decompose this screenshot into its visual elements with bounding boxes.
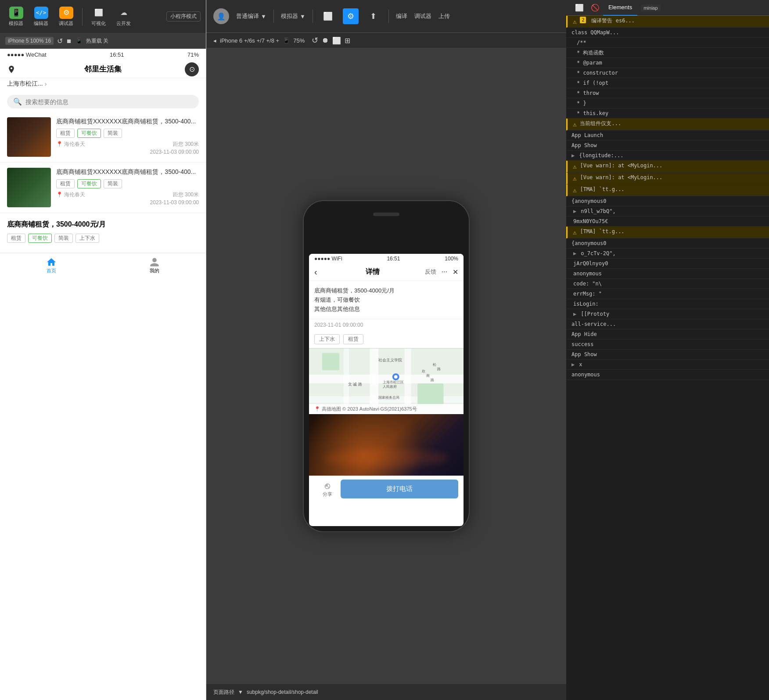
device-frame: ●●●●● WiFi 16:51 100% ‹ 详情 反馈 ··· ✕ 底商 xyxy=(303,200,470,532)
search-input[interactable] xyxy=(25,98,193,105)
expand-arrow-1[interactable]: ▶ xyxy=(571,152,575,159)
miniprogram-badge: 小程序模式 xyxy=(166,11,201,22)
debug-btn[interactable]: 调试器 xyxy=(414,12,431,20)
compile-dropdown[interactable]: 普通编译 ▼ xyxy=(236,12,266,20)
grid-btn[interactable]: ⊞ xyxy=(345,36,350,45)
device-icon: 📱 xyxy=(283,37,290,44)
expand-arrow-x[interactable]: ▶ xyxy=(571,361,575,368)
console-line-anonymous: anonymous xyxy=(566,269,769,279)
phone-screen: ●●●●● WeChat 16:51 71% 邻里生活集 ⊙ 上海市松江... … xyxy=(0,49,206,700)
path-value: subpkg/shop-detail/shop-detail xyxy=(247,689,318,695)
console-line-allservice: all-service... xyxy=(566,319,769,329)
signal-label: ●●●●● WeChat xyxy=(7,51,47,58)
distance-2: 距您 300米 xyxy=(173,191,199,198)
hot-reload[interactable]: 热重载 关 xyxy=(86,37,108,45)
simulator-dropdown[interactable]: 模拟器 ▼ xyxy=(281,12,305,20)
console-line-code: /** xyxy=(566,38,769,48)
listing-meta-1: 📍 海伦春天 距您 300米 xyxy=(56,141,199,148)
svg-text:欣: 欣 xyxy=(422,370,425,374)
listing-thumb-1 xyxy=(7,117,51,157)
apphide-text: App Hide xyxy=(571,330,597,338)
warning-icon-4: ⚠ xyxy=(573,174,576,183)
code-brace: * } xyxy=(577,99,586,107)
anonymous-text: anonymous xyxy=(573,270,602,278)
share-label: 分享 xyxy=(323,491,332,498)
tab-elements[interactable]: Elements xyxy=(603,0,637,16)
search-icon: 🔍 xyxy=(13,97,22,106)
fullscreen-btn[interactable]: ⬜ xyxy=(332,36,341,45)
success-text: success xyxy=(571,340,594,348)
sim-bottom-bar: ⎋ 分享 拨打电话 xyxy=(309,476,464,502)
phone-btn[interactable]: 📱 xyxy=(75,38,83,44)
list-item[interactable]: 底商商铺租赁XXXXXXX底商商铺租赁，3500-400... 租赁 可餐饮 简… xyxy=(0,112,206,162)
listing-date-2: 2023-11-03 09:00:00 xyxy=(56,199,199,206)
adjust-btn[interactable]: ⚙ xyxy=(343,8,359,24)
expand-arrow-2[interactable]: ▶ xyxy=(573,207,576,215)
console-line-x: ▶ x xyxy=(566,360,769,370)
promo-bar: 底商商铺租赁，3500-4000元/月 租赁 可餐饮 简装 上下水 xyxy=(0,213,206,253)
console-line-islogin: isLogin: xyxy=(566,299,769,309)
sim-back-btn[interactable]: ‹ xyxy=(314,267,317,277)
console-line-success: success xyxy=(566,339,769,350)
listing-content-1: 底商商铺租赁XXXXXXX底商商铺租赁，3500-400... 租赁 可餐饮 简… xyxy=(56,117,199,157)
console-line-anonymous-final: anonymous xyxy=(566,370,769,380)
search-bar[interactable]: 🔍 xyxy=(7,95,199,108)
console-line-code2: * 构造函数 xyxy=(566,48,769,58)
device-selector-bar: ◂ iPhone 6 +/6s +/7 +/8 + 📱 75% ↺ ⏺ ⬜ ⊞ xyxy=(206,33,566,48)
sim-time: 16:51 xyxy=(387,256,400,262)
device-select[interactable]: iPhone 5 100% 16 xyxy=(5,37,54,45)
console-line-code7: * } xyxy=(566,98,769,108)
device-name: iPhone 6 +/6s +/7 +/8 + xyxy=(220,37,279,44)
anon-1-text: {anonymous0 xyxy=(571,197,606,205)
tag-rent-2: 租赁 xyxy=(56,179,75,188)
feedback-btn[interactable]: 反馈 xyxy=(425,268,436,276)
record-btn[interactable]: ⏺ xyxy=(322,36,329,44)
left-toolbar: 📱 模拟器 </> 编辑器 ⚙ 调试器 ⬜ 可视化 ☁ 云开发 小程序模式 xyxy=(0,0,206,33)
expand-arrow-4[interactable]: ▶ xyxy=(573,310,576,318)
sim-nav: ‹ 详情 反馈 ··· ✕ xyxy=(309,263,464,281)
islogin-text: isLogin: xyxy=(573,300,599,308)
expand-arrow-3[interactable]: ▶ xyxy=(573,249,576,257)
location-row: 上海市松江... › xyxy=(0,78,206,91)
console-line-errmsg: errMsg: " xyxy=(566,289,769,299)
share-btn[interactable]: ⎋ 分享 xyxy=(314,481,341,498)
app-launch-text: App Launch xyxy=(571,131,603,139)
stop-btn[interactable]: ⏹ xyxy=(66,38,72,44)
nav-home-label: 首页 xyxy=(47,267,56,274)
visualize-btn[interactable]: ⬜ 可视化 xyxy=(88,5,109,29)
console-line-code6: * throw xyxy=(566,88,769,98)
debugger-btn[interactable]: ⚙ 调试器 xyxy=(55,5,77,29)
anonymous-final-text: anonymous xyxy=(571,371,600,379)
rotate-btn[interactable]: ↺ xyxy=(312,36,318,45)
more-btn[interactable]: ··· xyxy=(442,268,447,276)
nav-home[interactable]: 首页 xyxy=(0,253,103,278)
device-screen: ●●●●● WiFi 16:51 100% ‹ 详情 反馈 ··· ✕ 底商 xyxy=(309,254,464,526)
close-btn[interactable]: ✕ xyxy=(453,268,458,276)
battery-label: 71% xyxy=(187,51,199,58)
cloud-btn[interactable]: ☁ 云开发 xyxy=(113,5,134,29)
nav-profile-label: 我的 xyxy=(150,267,159,274)
vue-warn-1-text: [Vue warn]: at <MyLogin... xyxy=(580,162,662,170)
inspect-icon: ⬜ xyxy=(575,4,584,12)
console-line-anon-2c: jArQ0lnyoy0 xyxy=(566,259,769,269)
sep3 xyxy=(388,10,389,23)
reload-btn[interactable]: ↺ xyxy=(57,37,63,45)
device-back[interactable]: ◂ xyxy=(213,37,216,44)
edit-btn[interactable]: 编译 xyxy=(396,12,407,20)
editor-btn[interactable]: </> 编辑器 xyxy=(30,5,52,29)
longitude-text: {longitude:... xyxy=(579,152,623,159)
box-btn[interactable]: ⬜ xyxy=(320,8,336,24)
call-btn[interactable]: 拨打电话 xyxy=(341,480,458,498)
path-dropdown[interactable]: ▼ xyxy=(238,689,243,695)
upload-btn[interactable]: 上传 xyxy=(438,12,450,20)
list-item-2[interactable]: 底商商铺租赁XXXXXXX底商商铺租赁，3500-400... 租赁 可餐饮 简… xyxy=(0,162,206,213)
tag-simple-2: 简装 xyxy=(104,179,122,188)
svg-text:松: 松 xyxy=(433,363,436,367)
nav-profile[interactable]: 我的 xyxy=(103,253,206,278)
listing-title-2: 底商商铺租赁XXXXXXX底商商铺租赁，3500-400... xyxy=(56,168,199,177)
no-entry-toggle[interactable]: 🚫 xyxy=(587,4,603,12)
simulator-btn[interactable]: 📱 模拟器 xyxy=(5,5,27,29)
listing-tags-1: 租赁 可餐饮 简装 xyxy=(56,129,199,138)
inspect-toggle[interactable]: ⬜ xyxy=(571,4,587,12)
upload-icon-btn[interactable]: ⬆ xyxy=(366,8,381,24)
